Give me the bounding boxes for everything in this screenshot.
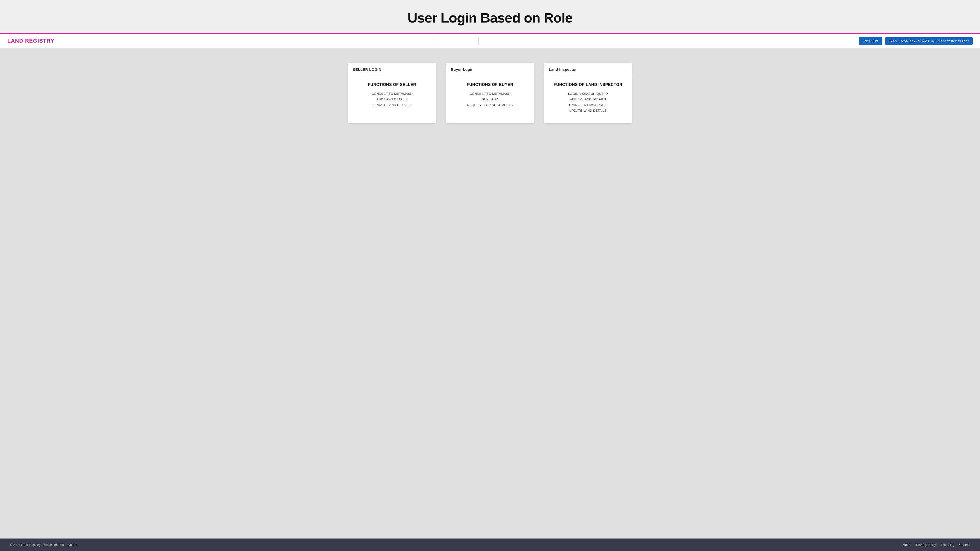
list-item: BUY LAND: [451, 97, 529, 102]
list-item: UPDATE LAND DETAILS: [353, 102, 431, 108]
buyer-card-header: Buyer Login: [446, 63, 534, 75]
navbar-center: [54, 37, 859, 45]
page-title-section: User Login Based on Role: [0, 0, 980, 33]
footer-link-contact[interactable]: Contact: [959, 543, 970, 546]
inspector-card-header: Land Inspector: [544, 63, 632, 75]
inspector-functions-list: LOGIN USING UNIQUE ID VERIFY LAND DETAIL…: [549, 91, 627, 113]
seller-card-body: FUNCTIONS OF SELLER CONNECT TO METAMASK …: [348, 75, 436, 118]
inspector-login-card[interactable]: Land Inspector FUNCTIONS OF LAND INSPECT…: [544, 63, 632, 123]
navbar: LAND REGISTRY Requests 0x1d853e5a1ee20b6…: [0, 33, 980, 48]
seller-login-card[interactable]: SELLER LOGIN FUNCTIONS OF SELLER CONNECT…: [348, 63, 436, 123]
seller-functions-list: CONNECT TO METAMASK ADD LAND DETAILS UPD…: [353, 91, 431, 108]
footer-link-licensing[interactable]: Licensing: [941, 543, 954, 546]
wallet-address-button[interactable]: 0x1d853e5a1ee20b61dc3187558eda7f3b8ed14a…: [885, 37, 973, 45]
list-item: UPDATE LAND DETAILS: [549, 108, 627, 113]
buyer-functions-title: FUNCTIONS OF BUYER: [451, 83, 529, 87]
footer: © 2023 Land Registry · Indian Revenue Sy…: [0, 538, 980, 551]
footer-link-about[interactable]: About: [903, 543, 911, 546]
footer-link-privacy[interactable]: Privacy Policy: [916, 543, 936, 546]
inspector-card-body: FUNCTIONS OF LAND INSPECTOR LOGIN USING …: [544, 75, 632, 123]
list-item: REQUEST FOR DOCUMENTS: [451, 102, 529, 108]
navbar-brand: LAND REGISTRY: [7, 38, 54, 44]
list-item: LOGIN USING UNIQUE ID: [549, 91, 627, 97]
seller-card-header: SELLER LOGIN: [348, 63, 436, 75]
requests-button[interactable]: Requests: [859, 37, 882, 45]
buyer-card-body: FUNCTIONS OF BUYER CONNECT TO METAMASK B…: [446, 75, 534, 118]
buyer-functions-list: CONNECT TO METAMASK BUY LAND REQUEST FOR…: [451, 91, 529, 108]
footer-links: About Privacy Policy Licensing Contact: [903, 543, 970, 546]
main-content: SELLER LOGIN FUNCTIONS OF SELLER CONNECT…: [0, 48, 980, 538]
navbar-right: Requests 0x1d853e5a1ee20b61dc3187558eda7…: [859, 37, 973, 45]
list-item: ADD LAND DETAILS: [353, 97, 431, 102]
seller-functions-title: FUNCTIONS OF SELLER: [353, 83, 431, 87]
list-item: TRANSFER OWNERSHIP: [549, 102, 627, 108]
inspector-functions-title: FUNCTIONS OF LAND INSPECTOR: [549, 83, 627, 87]
buyer-login-card[interactable]: Buyer Login FUNCTIONS OF BUYER CONNECT T…: [446, 63, 534, 123]
list-item: CONNECT TO METAMASK: [353, 91, 431, 97]
list-item: VERIFY LAND DETAILS: [549, 97, 627, 102]
page-title: User Login Based on Role: [5, 10, 975, 26]
list-item: CONNECT TO METAMASK: [451, 91, 529, 97]
search-input[interactable]: [434, 37, 479, 45]
cards-container: SELLER LOGIN FUNCTIONS OF SELLER CONNECT…: [343, 63, 637, 123]
footer-copyright: © 2023 Land Registry · Indian Revenue Sy…: [10, 543, 77, 546]
